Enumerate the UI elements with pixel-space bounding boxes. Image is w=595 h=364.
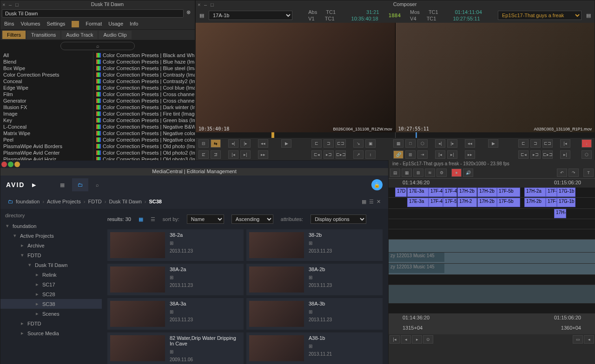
timeline-clip[interactable]: 17F-4 xyxy=(443,188,457,197)
timeline-clip[interactable]: 17E-3a xyxy=(407,188,429,197)
fx-preset[interactable]: Color Correction Presets | Green bias (I… xyxy=(93,117,195,124)
timeline-clip[interactable]: 17F- xyxy=(546,188,557,197)
splice-btn[interactable]: ↘ xyxy=(353,139,364,148)
project-name-input[interactable] xyxy=(2,9,184,18)
prev-edit2-btn[interactable]: |◂ xyxy=(435,150,445,159)
view-toggle-icon[interactable] xyxy=(72,21,79,27)
grid-view-icon[interactable]: ▦ xyxy=(60,182,65,188)
fx-preset[interactable]: Color Correction Presets | Blue haze (Im… xyxy=(93,58,195,65)
tl-vol-icon[interactable]: 🔊 xyxy=(463,169,473,177)
ff2-btn[interactable]: ▸▸ xyxy=(465,150,475,159)
play-io-btn[interactable]: ⊏▸⊐ xyxy=(336,150,346,159)
tile-view-icon[interactable]: ▦ xyxy=(362,199,366,205)
timeline-clip[interactable]: 17H-2b xyxy=(477,198,497,207)
source-monitor[interactable]: 10:35:40:18 B026C004_131108_R1ZW.mov xyxy=(196,23,396,132)
fx-preset[interactable]: Color Correction Presets | Cross channel… xyxy=(93,91,195,98)
grid-btn[interactable]: ▦ xyxy=(393,139,403,148)
audio-track-4[interactable] xyxy=(389,285,595,304)
fx-category[interactable]: L-Conceal xyxy=(0,124,93,130)
maximize-icon[interactable]: □ xyxy=(211,2,215,6)
step-back2-btn[interactable]: ◂| xyxy=(435,139,445,148)
fx-preset[interactable]: Color Correction Presets | Black and Whi… xyxy=(93,52,195,58)
asset-item[interactable]: 38A-3a⊞2013.11.23 xyxy=(107,298,244,330)
fx-category[interactable]: Image xyxy=(0,110,93,117)
crumb-4[interactable]: SC38 xyxy=(149,199,162,204)
fx-preset[interactable]: Color Correction Presets | Blue steel (I… xyxy=(93,65,195,72)
timeline-clip[interactable]: 17H-2b xyxy=(457,188,477,197)
fx-btn[interactable]: ⬡ xyxy=(417,139,428,148)
timeline-clip[interactable]: 17E-3a xyxy=(407,198,429,207)
rewind2-btn[interactable]: ◂◂ xyxy=(465,139,475,148)
rec-menu-icon[interactable]: ▤ xyxy=(586,13,591,19)
tl-focus-icon[interactable]: ⊙ xyxy=(423,335,433,344)
record-clip-dropdown[interactable]: Ep1Sc17-That guys a freak xyxy=(498,11,582,20)
goto-out-btn[interactable]: ▸| xyxy=(560,150,570,159)
tree-item[interactable]: ▾ Active Projects xyxy=(0,231,102,240)
fx-preset[interactable]: Color Correction Presets | Negative B&W … xyxy=(93,124,195,130)
minimize-icon[interactable]: – xyxy=(9,2,13,6)
asset-item[interactable]: 82 Water,Drip Water Dripping In Cave⊞200… xyxy=(107,332,244,364)
link-btn[interactable]: 🔗 xyxy=(393,150,403,159)
tree-item[interactable]: ▸ Relink xyxy=(0,270,102,280)
list-toggle-icon[interactable]: ☰ xyxy=(151,216,155,222)
play2-btn[interactable]: ▶ xyxy=(488,139,498,148)
goto-in-btn[interactable]: |◂ xyxy=(560,139,570,148)
crumb-2[interactable]: FDTD xyxy=(88,199,101,204)
clear-out-btn[interactable]: ⊐̸ xyxy=(211,150,221,159)
tree-item[interactable]: ▾ Dusk Til Dawn xyxy=(0,260,102,270)
mc-max-icon[interactable] xyxy=(14,162,20,167)
asset-item[interactable]: 38A-2b⊞2013.11.23 xyxy=(246,264,383,295)
mark-in2-btn[interactable]: ⊏ xyxy=(518,139,529,148)
timeline-clip[interactable]: 17H-2b xyxy=(524,198,546,207)
mark-clip-btn[interactable]: ⊟ xyxy=(198,139,209,148)
clear-in-btn[interactable]: ⊏̸ xyxy=(198,150,209,159)
source-clip-dropdown[interactable]: 17A-1b xyxy=(209,11,292,20)
fx-category[interactable]: Illusion FX xyxy=(0,104,93,110)
fx-category[interactable]: Edge Wipe xyxy=(0,84,93,91)
goto-out3-btn[interactable]: ▸⊐ xyxy=(530,150,541,159)
fx-category[interactable]: PlasmaWipe Avid Center xyxy=(0,150,93,156)
fx-category[interactable]: Key xyxy=(0,117,93,124)
list-view-icon[interactable]: ☰ xyxy=(369,199,374,205)
menu-format[interactable]: Format xyxy=(86,21,102,27)
tile-toggle-icon[interactable]: ▦ xyxy=(139,216,143,222)
crumb-1[interactable]: Active Projects xyxy=(47,199,81,204)
rewind-btn[interactable]: ◂◂ xyxy=(258,139,268,148)
trim-btn[interactable]: ⇥ xyxy=(417,150,428,159)
src-menu-icon[interactable]: ▤ xyxy=(199,13,204,19)
audio-track-2[interactable]: zy 122013 Music 145 xyxy=(389,253,595,264)
maximize-icon[interactable]: □ xyxy=(15,2,20,6)
tl-zoom-icon[interactable]: ▭ xyxy=(573,335,583,344)
tl-wave-icon[interactable]: ≋ xyxy=(425,169,435,177)
tree-item[interactable]: ▸ SC38 xyxy=(0,299,102,309)
fx-preset[interactable]: Color Correction Presets | Fire tint (Im… xyxy=(93,110,195,117)
tree-item[interactable]: ▸ Source Media xyxy=(0,328,102,338)
tl-home-icon[interactable]: |◂ xyxy=(390,335,400,344)
tab-audio-clip[interactable]: Audio Clip xyxy=(99,31,131,39)
tree-item[interactable]: ▸ SC28 xyxy=(0,289,102,299)
fx-category[interactable]: Film xyxy=(0,91,93,98)
attributes-dropdown[interactable]: Display options xyxy=(311,214,366,224)
tab-audio-track[interactable]: Audio Track xyxy=(61,31,98,39)
asset-item[interactable]: 38A-3b⊞2013.11.23 xyxy=(246,298,383,330)
fx-category[interactable]: Peel xyxy=(0,136,93,143)
menu-bins[interactable]: Bins xyxy=(4,21,14,27)
timeline-clip[interactable]: 17F-4 xyxy=(429,198,443,207)
tl-menu-icon[interactable]: ▤ xyxy=(390,169,400,177)
tl-src-icon[interactable]: ⊞ xyxy=(413,169,423,177)
fx-category[interactable]: Box Wipe xyxy=(0,65,93,72)
safe-btn[interactable]: □ xyxy=(405,139,416,148)
user-icon[interactable]: 🔒 xyxy=(371,179,383,190)
audio-track-3[interactable]: zy 122013 Music 145 xyxy=(389,264,595,275)
menu-usage[interactable]: Usage xyxy=(108,21,123,27)
fx-preset[interactable]: Color Correction Presets | Cool blue (Im… xyxy=(93,84,195,91)
lift-btn[interactable]: ↗ xyxy=(353,150,364,159)
timeline-clip[interactable]: 17F-4 xyxy=(429,188,443,197)
timeline-clip[interactable]: 17F-5b xyxy=(497,198,520,207)
mc-min-icon[interactable] xyxy=(8,162,13,167)
browse-icon[interactable]: 🗀 xyxy=(72,178,88,191)
timeline-clip[interactable]: 17H-2a xyxy=(524,188,546,197)
close-icon[interactable]: × xyxy=(198,2,202,6)
tl-rec-icon[interactable]: ● xyxy=(451,169,462,177)
crumb-3[interactable]: Dusk Til Dawn xyxy=(109,199,141,204)
